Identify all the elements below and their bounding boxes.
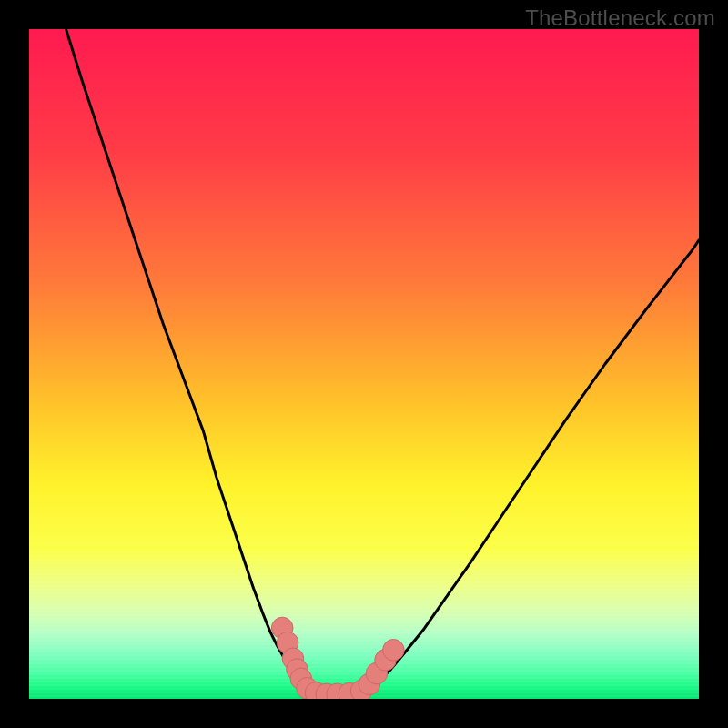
data-marker xyxy=(383,639,405,661)
chart-frame: TheBottleneck.com xyxy=(0,0,728,728)
bottleneck-curve xyxy=(66,29,699,695)
curve-layer xyxy=(29,29,699,699)
watermark-text: TheBottleneck.com xyxy=(525,5,715,31)
plot-area xyxy=(29,29,699,699)
